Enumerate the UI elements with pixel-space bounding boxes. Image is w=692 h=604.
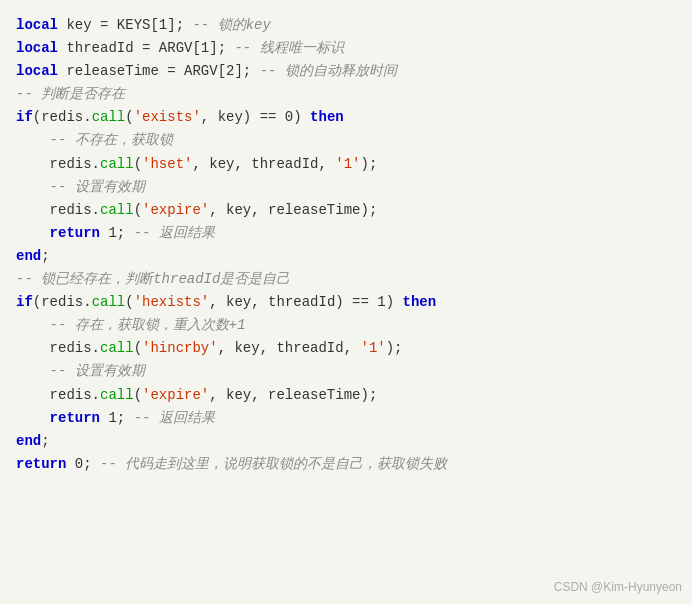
code-line-14: -- 存在，获取锁，重入次数+1 <box>16 314 676 337</box>
code-line-11: end; <box>16 245 676 268</box>
watermark: CSDN @Kim-Hyunyeon <box>554 578 682 598</box>
code-line-9: redis.call('expire', key, releaseTime); <box>16 199 676 222</box>
code-line-20: return 0; -- 代码走到这里，说明获取锁的不是自己，获取锁失败 <box>16 453 676 476</box>
code-line-8: -- 设置有效期 <box>16 176 676 199</box>
code-line-15: redis.call('hincrby', key, threadId, '1'… <box>16 337 676 360</box>
code-line-10: return 1; -- 返回结果 <box>16 222 676 245</box>
code-block: local key = KEYS[1]; -- 锁的key local thre… <box>0 0 692 604</box>
code-line-1: local key = KEYS[1]; -- 锁的key <box>16 14 676 37</box>
code-line-13: if(redis.call('hexists', key, threadId) … <box>16 291 676 314</box>
code-line-18: return 1; -- 返回结果 <box>16 407 676 430</box>
code-line-16: -- 设置有效期 <box>16 360 676 383</box>
code-line-6: -- 不存在，获取锁 <box>16 129 676 152</box>
code-line-17: redis.call('expire', key, releaseTime); <box>16 384 676 407</box>
code-line-7: redis.call('hset', key, threadId, '1'); <box>16 153 676 176</box>
code-line-4: -- 判断是否存在 <box>16 83 676 106</box>
code-line-2: local threadId = ARGV[1]; -- 线程唯一标识 <box>16 37 676 60</box>
code-line-12: -- 锁已经存在，判断threadId是否是自己 <box>16 268 676 291</box>
code-line-5: if(redis.call('exists', key) == 0) then <box>16 106 676 129</box>
code-line-19: end; <box>16 430 676 453</box>
code-line-3: local releaseTime = ARGV[2]; -- 锁的自动释放时间 <box>16 60 676 83</box>
